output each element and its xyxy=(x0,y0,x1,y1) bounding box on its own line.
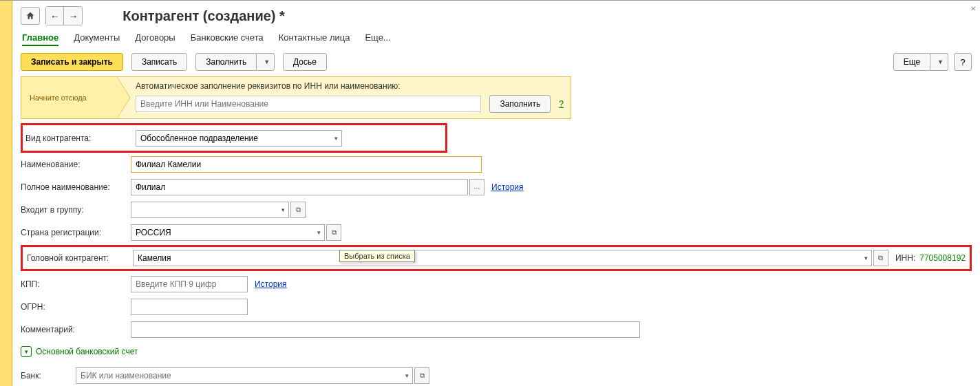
caret-down-icon: ▼ xyxy=(264,58,270,65)
country-open-button[interactable]: ⧉ xyxy=(326,224,341,241)
start-here-arrow: Начните отсюда xyxy=(21,76,117,119)
more-button[interactable]: Еще xyxy=(893,53,930,71)
start-here-panel: Начните отсюда Автоматическое заполнение… xyxy=(21,76,571,119)
autofill-button[interactable]: Заполнить xyxy=(489,95,551,113)
tab-contracts[interactable]: Договоры xyxy=(135,32,175,46)
caret-down-icon: ▼ xyxy=(937,58,944,65)
inn-value: 7705008192 xyxy=(919,253,966,263)
help-button[interactable]: ? xyxy=(954,53,972,71)
bank-open-button[interactable]: ⧉ xyxy=(414,367,429,384)
tab-contacts[interactable]: Контактные лица xyxy=(279,32,350,46)
kind-label: Вид контрагента: xyxy=(25,133,136,143)
home-icon xyxy=(25,11,35,21)
inn-name-input[interactable] xyxy=(136,96,481,112)
ogrn-label: ОГРН: xyxy=(21,302,131,312)
help-icon: ? xyxy=(960,57,965,67)
header-row: ← → Контрагент (создание) * xyxy=(21,6,972,25)
left-accent-bar xyxy=(0,1,12,386)
kpp-history-link[interactable]: История xyxy=(255,279,287,289)
tab-bar: Главное Документы Договоры Банковские сч… xyxy=(21,32,972,46)
arrow-right-icon: → xyxy=(69,11,78,21)
dossier-button[interactable]: Досье xyxy=(283,53,327,71)
page-title: Контрагент (создание) * xyxy=(122,8,285,24)
bank-section-toggle[interactable]: ▾ Основной банковский счет xyxy=(21,346,972,357)
group-label: Входит в группу: xyxy=(21,205,131,215)
fullname-input[interactable] xyxy=(131,179,468,195)
name-label: Наименование: xyxy=(21,160,131,169)
tab-main[interactable]: Главное xyxy=(22,32,58,46)
head-open-button[interactable]: ⧉ xyxy=(873,250,888,266)
autofill-help-link[interactable]: ? xyxy=(559,99,564,109)
arrow-left-icon: ← xyxy=(50,11,59,21)
fill-dropdown-button[interactable]: ▼ xyxy=(257,53,275,71)
tab-bank-accounts[interactable]: Банковские счета xyxy=(191,32,264,46)
home-button[interactable] xyxy=(21,7,40,25)
kind-select[interactable] xyxy=(136,130,342,147)
fullname-label: Полное наименование: xyxy=(21,182,131,192)
bank-section-title: Основной банковский счет xyxy=(36,347,138,356)
bank-label: Банк: xyxy=(21,371,76,380)
name-input[interactable] xyxy=(131,156,482,173)
autofill-hint: Автоматическое заполнение реквизитов по … xyxy=(136,81,564,91)
head-highlight: Головной контрагент: ⧉ ИНН: 7705008192 В… xyxy=(21,245,972,271)
forward-button[interactable]: → xyxy=(64,7,82,25)
fullname-open-button[interactable]: ... xyxy=(469,179,484,195)
more-dropdown-button[interactable]: ▼ xyxy=(930,53,948,71)
kpp-input[interactable] xyxy=(131,276,248,292)
comment-label: Комментарий: xyxy=(21,325,131,334)
kpp-label: КПП: xyxy=(21,279,131,289)
fullname-history-link[interactable]: История xyxy=(491,182,524,192)
group-open-button[interactable]: ⧉ xyxy=(290,202,306,218)
start-here-label: Начните отсюда xyxy=(30,94,87,102)
group-select[interactable] xyxy=(131,202,289,218)
tab-documents[interactable]: Документы xyxy=(74,32,120,46)
ogrn-input[interactable] xyxy=(131,299,248,315)
back-button[interactable]: ← xyxy=(46,7,64,25)
toolbar: Записать и закрыть Записать Заполнить ▼ … xyxy=(21,53,972,71)
comment-input[interactable] xyxy=(131,321,640,338)
tab-more[interactable]: Еще... xyxy=(365,32,390,46)
head-label: Головной контрагент: xyxy=(27,253,133,263)
save-button[interactable]: Записать xyxy=(131,53,187,71)
chevron-down-icon: ▾ xyxy=(21,346,32,357)
fill-button[interactable]: Заполнить xyxy=(195,53,257,71)
country-select[interactable] xyxy=(131,224,325,241)
kind-highlight: Вид контрагента: xyxy=(21,123,447,153)
close-icon[interactable]: ✕ xyxy=(970,5,976,12)
save-close-button[interactable]: Записать и закрыть xyxy=(21,53,123,71)
inn-label: ИНН: xyxy=(895,253,915,263)
bank-input[interactable] xyxy=(76,367,413,384)
head-select-tooltip: Выбрать из списка xyxy=(339,250,415,262)
head-select[interactable] xyxy=(133,250,872,266)
country-label: Страна регистрации: xyxy=(21,228,131,237)
